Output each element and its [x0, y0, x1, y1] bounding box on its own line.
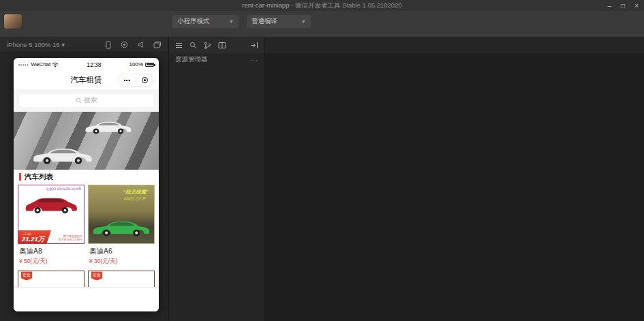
compile-select[interactable]: 普通编译 ▼	[247, 15, 311, 28]
car-image-1: 全新X1 sDrive20Li 时尚型 一口价: 21.21万 两年享五道好礼 …	[18, 185, 85, 244]
collapse-sidebar-icon[interactable]	[250, 42, 258, 49]
wechat-devtools-window: rent-car-miniapp - 微信开发者工具 Stable 1.05.2…	[0, 0, 644, 321]
breadcrumb	[265, 53, 644, 63]
green-sportscar-icon	[91, 217, 151, 237]
car-card-4[interactable]: 定金	[88, 271, 155, 288]
window-controls: – □ ×	[608, 2, 639, 10]
car-name: 奥迪A8	[18, 244, 85, 257]
menu-icon[interactable]	[175, 42, 183, 48]
maximize-button[interactable]: □	[621, 2, 625, 10]
title-separator: -	[291, 1, 293, 9]
rotate-device-icon[interactable]	[105, 41, 112, 49]
explorer-icon-bar	[169, 37, 264, 53]
search-input[interactable]: 搜索	[19, 94, 153, 107]
phone-nav-bar: 汽车租赁 •••	[14, 71, 159, 89]
car-card-1[interactable]: 全新X1 sDrive20Li 时尚型 一口价: 21.21万 两年享五道好礼 …	[18, 185, 85, 268]
promo-note: 两年享五道好礼 官方指导价:27.88万	[59, 234, 82, 241]
window-title-suffix: 微信开发者工具 Stable 1.05.2102020	[295, 1, 402, 9]
explorer-title-row: 资源管理器 ···	[169, 53, 264, 66]
phone-status-bar: ••••• WeChat 12:38 100%	[14, 58, 159, 71]
mode-select-value: 小程序模式	[177, 17, 210, 26]
explorer-more-button[interactable]: ···	[250, 56, 259, 63]
ribbon-label: 一口价:	[22, 232, 42, 235]
car-price: ¥ 50(元/天)	[18, 257, 85, 268]
editor-tab-bar	[265, 37, 644, 53]
status-time: 12:38	[59, 61, 129, 68]
red-suv-icon	[24, 195, 79, 215]
deposit-tag: 定金	[91, 271, 102, 280]
car-name: 奥迪A6	[88, 244, 155, 257]
simulator-panel: iPhone 5 100% 16 ▾ ••••• WeChat 12:38 10…	[0, 37, 169, 321]
exit-miniprogram-button[interactable]	[136, 74, 153, 86]
explorer-panel: 资源管理器 ···	[169, 37, 265, 321]
chevron-down-icon: ▼	[229, 19, 234, 24]
explorer-title: 资源管理器	[175, 55, 208, 64]
page-title: 汽车租赁	[71, 76, 102, 84]
float-window-icon[interactable]	[153, 41, 162, 48]
car-price: ¥ 30(元/天)	[88, 257, 155, 268]
device-label: iPhone 5 100% 16	[7, 41, 60, 48]
chevron-down-icon: ▼	[301, 19, 306, 24]
capsule-menu: •••	[118, 74, 154, 87]
user-avatar[interactable]	[4, 14, 22, 29]
ribbon-value: 21.21万	[22, 236, 44, 243]
more-button[interactable]: •••	[119, 74, 136, 86]
phone-tab-bar	[14, 287, 159, 311]
section-title: 汽车列表	[25, 172, 53, 182]
device-selector[interactable]: iPhone 5 100% 16 ▾	[7, 41, 65, 48]
car-card-3[interactable]: 定金	[18, 271, 85, 288]
price-ribbon: 一口价: 21.21万	[18, 230, 51, 244]
search-section: 搜索	[14, 89, 159, 112]
car-image-caption: 全新X1 sDrive20Li 时尚型	[46, 187, 82, 190]
search-placeholder: 搜索	[85, 96, 97, 105]
sound-icon[interactable]	[137, 41, 144, 48]
window-title: rent-car-miniapp - 微信开发者工具 Stable 1.05.2…	[242, 1, 401, 10]
toolbar: 小程序模式 ▼ 普通编译 ▼	[0, 11, 644, 37]
signal-dots: •••••	[18, 63, 29, 67]
banner-swiper[interactable]	[14, 112, 159, 170]
search-icon	[76, 97, 82, 104]
git-branch-icon[interactable]	[204, 42, 211, 50]
compile-select-value: 普通编译	[251, 17, 277, 26]
simulator-header-icons	[105, 41, 162, 49]
title-bar: rent-car-miniapp - 微信开发者工具 Stable 1.05.2…	[0, 0, 644, 11]
close-button[interactable]: ×	[634, 2, 639, 10]
carrier-label: WeChat	[31, 61, 51, 67]
mode-select[interactable]: 小程序模式 ▼	[172, 15, 239, 28]
deposit-tag: 定金	[20, 271, 32, 280]
ellipsis-icon: •••	[124, 78, 131, 83]
code-editor[interactable]	[265, 63, 644, 321]
record-icon[interactable]	[121, 41, 128, 48]
editor-panel	[265, 37, 644, 321]
search-icon[interactable]	[189, 42, 197, 49]
simulator-header: iPhone 5 100% 16 ▾	[0, 37, 168, 52]
car-grid-row-2: 定金 定金	[14, 271, 159, 288]
car-image-subtitle: AMG GT R	[124, 196, 146, 201]
section-accent-bar	[19, 173, 21, 181]
car-grid: 全新X1 sDrive20Li 时尚型 一口价: 21.21万 两年享五道好礼 …	[14, 184, 159, 271]
car-list-header: 汽车列表	[14, 170, 159, 184]
banner-car-icon	[84, 119, 133, 135]
battery-icon	[145, 63, 154, 67]
main-area: iPhone 5 100% 16 ▾ ••••• WeChat 12:38 10…	[0, 37, 644, 321]
car-image-2: “纽北绿魔” AMG GT R	[88, 185, 155, 244]
minimize-button[interactable]: –	[608, 2, 612, 10]
project-name: rent-car-miniapp	[242, 1, 289, 9]
wifi-icon	[52, 62, 59, 67]
banner-car-icon	[31, 144, 94, 166]
split-window-icon[interactable]	[218, 42, 226, 49]
car-card-2[interactable]: “纽北绿魔” AMG GT R 奥迪A6 ¥ 30(元/天)	[88, 185, 155, 268]
battery-percent: 100%	[129, 61, 143, 67]
target-icon	[142, 77, 148, 83]
file-tree	[169, 66, 264, 321]
car-image-title: “纽北绿魔”	[123, 189, 149, 196]
phone-screen: ••••• WeChat 12:38 100% 汽车租赁 •••	[14, 58, 159, 311]
